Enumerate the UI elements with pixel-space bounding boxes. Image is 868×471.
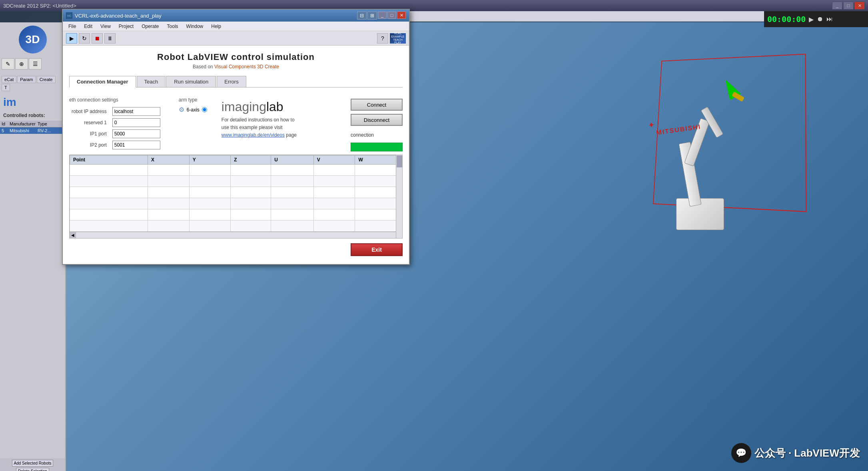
eth-section-title: eth connection settings bbox=[69, 97, 163, 103]
bottom-buttons: Add Selected Robots Delete Selection bbox=[0, 458, 65, 471]
connect-button[interactable]: Connect bbox=[351, 99, 403, 111]
dialog-menubar: File Edit View Project Operate Tools Win… bbox=[63, 22, 409, 31]
app-minimize-btn[interactable]: _ bbox=[832, 2, 842, 10]
sidebar-tabs-row: eCat Param Create T bbox=[0, 74, 65, 93]
imaginglab-link[interactable]: www.imaginglab.de/en/videos bbox=[221, 132, 285, 138]
add-selected-robots-btn[interactable]: Add Selected Robots bbox=[12, 460, 54, 467]
robot-ip-input[interactable] bbox=[112, 107, 160, 116]
table-row bbox=[70, 165, 402, 176]
simulation-title: Robot LabVIEW control simulation bbox=[69, 52, 403, 62]
table-row bbox=[70, 221, 402, 232]
dialog-toolbar: ▶ ↻ ⏹ ⏸ ? VCRLEXAMPLETEACHPLAY bbox=[63, 31, 409, 46]
robots-table-header: Id Manufacturer Type bbox=[0, 121, 65, 127]
dialog-menu-window[interactable]: Window bbox=[182, 23, 208, 30]
robot-ip-label: robot IP address bbox=[69, 106, 110, 117]
dialog-tabs: Connection Manager Teach Run simulation … bbox=[69, 76, 403, 87]
timer-play-btn[interactable]: ▶ bbox=[809, 16, 814, 23]
col-manufacturer: Manufacturer bbox=[10, 121, 38, 126]
connection-manager-body: eth connection settings robot IP address… bbox=[69, 94, 403, 155]
app-close-btn[interactable]: ✕ bbox=[854, 2, 865, 10]
imaginglab-section: imaginglab For detailed instructions on … bbox=[215, 97, 343, 151]
reserved1-input[interactable] bbox=[112, 118, 160, 127]
tab-errors[interactable]: Errors bbox=[217, 76, 246, 87]
points-table: Point X Y Z U V W bbox=[70, 155, 402, 232]
dialog-content: Robot LabVIEW control simulation Based o… bbox=[63, 46, 409, 264]
toolbar-stop-btn[interactable]: ⏹ bbox=[92, 33, 103, 44]
ip2-port-input[interactable] bbox=[112, 141, 160, 149]
toolbar-pause-btn[interactable]: ⏸ bbox=[104, 33, 116, 44]
tool-icon-1[interactable]: ✎ bbox=[2, 58, 14, 70]
dialog-window: VC VCRL-ex6-advanced-teach_and_play ⊟ ⊞ … bbox=[62, 9, 410, 265]
dialog-min-btn[interactable]: _ bbox=[378, 12, 387, 19]
dialog-menu-project[interactable]: Project bbox=[115, 23, 138, 30]
disconnect-button[interactable]: Disconnect bbox=[351, 114, 403, 126]
app-maximize-btn[interactable]: □ bbox=[843, 2, 854, 10]
tab-teach[interactable]: Teach bbox=[137, 76, 166, 87]
imaginglab-gray-text: imaging bbox=[221, 99, 266, 114]
dialog-close-btn[interactable]: ✕ bbox=[397, 12, 406, 19]
ip1-port-input[interactable] bbox=[112, 129, 160, 138]
vcrl-logo-btn[interactable]: VCRLEXAMPLETEACHPLAY bbox=[390, 33, 406, 44]
watermark-text: 公众号 · LabVIEW开发 bbox=[754, 446, 860, 460]
col-id: Id bbox=[2, 121, 10, 126]
dialog-menu-operate[interactable]: Operate bbox=[138, 23, 163, 30]
scrollbar-thumb[interactable] bbox=[397, 155, 402, 167]
dialog-menu-edit[interactable]: Edit bbox=[80, 23, 96, 30]
toolbar-play-btn[interactable]: ▶ bbox=[66, 33, 77, 44]
sidebar-tab-param[interactable]: Param bbox=[17, 76, 36, 83]
dialog-titlebar: VC VCRL-ex6-advanced-teach_and_play ⊟ ⊞ … bbox=[63, 10, 409, 22]
table-area: Point X Y Z U V W bbox=[70, 155, 402, 232]
sidebar-tab-ecat[interactable]: eCat bbox=[2, 76, 16, 83]
restore-icon[interactable]: ⊟ bbox=[357, 12, 367, 20]
timer-record-btn[interactable]: ⏺ bbox=[817, 16, 823, 23]
arm-type-section: arm type ⚙ 6-axis bbox=[179, 97, 207, 151]
app-title-text: 3DCreate 2012 SP2: <Untitled> bbox=[3, 3, 76, 9]
imaginglab-desc-line3: page bbox=[285, 132, 297, 138]
eth-settings-section: eth connection settings robot IP address… bbox=[69, 97, 163, 151]
robot-table-row[interactable]: 5 Mitsubishi RV-2... bbox=[0, 127, 65, 134]
tab-run-simulation[interactable]: Run simulation bbox=[166, 76, 216, 87]
arm-option-6axis: ⚙ 6-axis bbox=[179, 106, 207, 113]
arm-type-title: arm type bbox=[179, 97, 207, 103]
imaginglab-desc-line2: use this example please visit bbox=[221, 125, 283, 130]
arm-6axis-label: 6-axis bbox=[187, 107, 200, 113]
dialog-max-btn[interactable]: □ bbox=[387, 12, 396, 19]
controlled-robots-label: Controlled robots: bbox=[0, 112, 65, 119]
toolbar-refresh-btn[interactable]: ↻ bbox=[79, 33, 90, 44]
dialog-icon-text: VC bbox=[67, 14, 71, 18]
sidebar-tab-t[interactable]: T bbox=[2, 84, 10, 91]
col-x: X bbox=[148, 155, 189, 165]
vertical-scrollbar[interactable] bbox=[396, 155, 402, 238]
expand-icon[interactable]: ⊞ bbox=[367, 12, 377, 20]
dialog-menu-tools[interactable]: Tools bbox=[163, 23, 182, 30]
table-row bbox=[70, 187, 402, 198]
scroll-track[interactable] bbox=[76, 232, 396, 238]
arm-6axis-radio[interactable] bbox=[202, 107, 207, 112]
vc-link[interactable]: Visual Components 3D Create bbox=[214, 64, 279, 70]
table-with-scrollbar: Point X Y Z U V W bbox=[70, 155, 402, 232]
tool-icon-2[interactable]: ⊕ bbox=[15, 58, 28, 70]
dialog-title-text: VCRL-ex6-advanced-teach_and_play bbox=[75, 13, 162, 19]
connection-status-label: connection bbox=[351, 132, 403, 138]
col-y: Y bbox=[189, 155, 231, 165]
watermark: 💬 公众号 · LabVIEW开发 bbox=[731, 443, 860, 463]
simulation-subtitle: Based on Visual Components 3D Create bbox=[69, 64, 403, 70]
horizontal-scrollbar[interactable]: ◀ ▶ bbox=[70, 232, 402, 238]
help-btn[interactable]: ? bbox=[377, 33, 388, 44]
delete-selection-btn[interactable]: Delete Selection bbox=[16, 468, 49, 471]
reserved1-label: reserved 1 bbox=[69, 117, 110, 128]
sidebar-im-text: im bbox=[0, 93, 65, 112]
exit-button[interactable]: Exit bbox=[351, 243, 403, 256]
exit-btn-container: Exit bbox=[69, 238, 403, 258]
dialog-menu-view[interactable]: View bbox=[96, 23, 115, 30]
dialog-menu-help[interactable]: Help bbox=[207, 23, 225, 30]
scroll-left-btn[interactable]: ◀ bbox=[70, 232, 76, 238]
tab-connection-manager[interactable]: Connection Manager bbox=[69, 76, 136, 87]
sidebar-tab-create[interactable]: Create bbox=[37, 76, 56, 83]
tool-icon-3[interactable]: ☰ bbox=[29, 58, 42, 70]
col-v: V bbox=[313, 155, 355, 165]
dialog-menu-file[interactable]: File bbox=[64, 23, 80, 30]
imaginglab-dark-text: lab bbox=[266, 99, 283, 114]
table-row bbox=[70, 198, 402, 209]
timer-stop-btn[interactable]: ⏭ bbox=[826, 16, 833, 23]
